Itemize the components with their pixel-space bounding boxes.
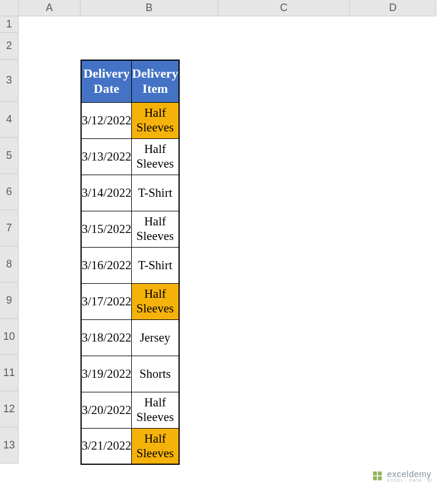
cell-delivery-item[interactable]: Half Sleeves <box>132 283 179 319</box>
table-row: 3/17/2022Half Sleeves <box>81 283 179 319</box>
table-row: 3/14/2022T-Shirt <box>81 175 179 211</box>
header-delivery-date[interactable]: Delivery Date <box>81 60 132 102</box>
row-header-8[interactable]: 8 <box>0 246 19 283</box>
watermark-sub: EXCEL · DATA · BI <box>387 478 433 482</box>
cell-delivery-item[interactable]: Jersey <box>132 319 179 356</box>
row-header-2[interactable]: 2 <box>0 33 19 60</box>
cell-delivery-date[interactable]: 3/13/2022 <box>81 138 132 175</box>
table-row: 3/18/2022Jersey <box>81 319 179 356</box>
cell-delivery-date[interactable]: 3/14/2022 <box>81 175 132 211</box>
table-row: 3/15/2022Half Sleeves <box>81 211 179 247</box>
row-header-3[interactable]: 3 <box>0 60 19 102</box>
row-header-9[interactable]: 9 <box>0 283 19 319</box>
cell-delivery-date[interactable]: 3/21/2022 <box>81 428 132 464</box>
data-table: Delivery Date Delivery Item 3/12/2022Hal… <box>80 60 180 465</box>
row-header-12[interactable]: 12 <box>0 391 19 427</box>
row-header-10[interactable]: 10 <box>0 319 19 355</box>
column-header-B[interactable]: B <box>80 0 218 16</box>
cell-delivery-date[interactable]: 3/17/2022 <box>81 283 132 319</box>
cell-delivery-date[interactable]: 3/18/2022 <box>81 319 132 356</box>
column-header-A[interactable]: A <box>19 0 80 16</box>
row-header-4[interactable]: 4 <box>0 102 19 138</box>
cell-delivery-item[interactable]: Half Sleeves <box>132 392 179 428</box>
cell-delivery-date[interactable]: 3/12/2022 <box>81 102 132 138</box>
cell-delivery-item[interactable]: Half Sleeves <box>132 138 179 175</box>
cell-delivery-item[interactable]: Half Sleeves <box>132 102 179 138</box>
row-header-7[interactable]: 7 <box>0 210 19 246</box>
cell-delivery-item[interactable]: Half Sleeves <box>132 211 179 247</box>
cell-delivery-date[interactable]: 3/19/2022 <box>81 356 132 392</box>
column-header-C[interactable]: C <box>218 0 350 16</box>
cell-delivery-item[interactable]: T-Shirt <box>132 175 179 211</box>
cell-delivery-item[interactable]: T-Shirt <box>132 247 179 283</box>
exceldemy-logo-icon <box>372 470 383 482</box>
table-row: 3/16/2022T-Shirt <box>81 247 179 283</box>
table-row: 3/19/2022Shorts <box>81 356 179 392</box>
cell-delivery-date[interactable]: 3/16/2022 <box>81 247 132 283</box>
row-header-5[interactable]: 5 <box>0 138 19 174</box>
header-delivery-item[interactable]: Delivery Item <box>132 60 179 102</box>
row-header-6[interactable]: 6 <box>0 174 19 210</box>
cell-delivery-item[interactable]: Half Sleeves <box>132 428 179 464</box>
table-row: 3/21/2022Half Sleeves <box>81 428 179 464</box>
row-header-11[interactable]: 11 <box>0 355 19 391</box>
spreadsheet-view: ABCD 12345678910111213 Delivery Date Del… <box>0 0 448 501</box>
table-row: 3/13/2022Half Sleeves <box>81 138 179 175</box>
cell-delivery-date[interactable]: 3/20/2022 <box>81 392 132 428</box>
watermark: exceldemy EXCEL · DATA · BI <box>372 469 433 482</box>
column-header-D[interactable]: D <box>350 0 436 16</box>
table-row: 3/20/2022Half Sleeves <box>81 392 179 428</box>
row-header-13[interactable]: 13 <box>0 427 19 464</box>
watermark-main: exceldemy <box>387 469 433 478</box>
cell-delivery-date[interactable]: 3/15/2022 <box>81 211 132 247</box>
column-headers: ABCD <box>19 0 436 16</box>
table-row: 3/12/2022Half Sleeves <box>81 102 179 138</box>
table-header-row: Delivery Date Delivery Item <box>81 60 179 102</box>
row-headers: 12345678910111213 <box>0 16 19 464</box>
select-all-corner[interactable] <box>0 0 19 16</box>
cell-delivery-item[interactable]: Shorts <box>132 356 179 392</box>
row-header-1[interactable]: 1 <box>0 16 19 33</box>
